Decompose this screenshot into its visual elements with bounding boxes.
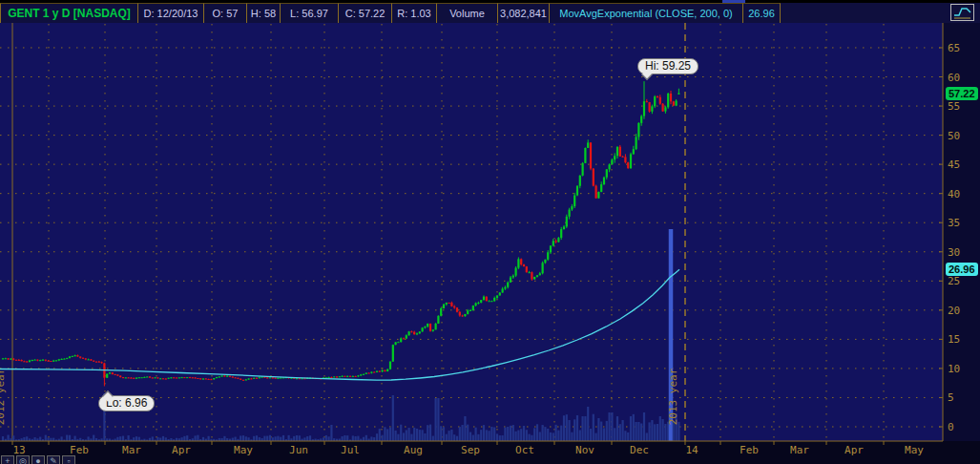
volume-bar [280,437,281,441]
candle-body [181,377,183,378]
candle-body [443,305,445,308]
candle-body [10,359,11,360]
volume-bar [560,426,562,441]
candle-body [232,377,234,378]
candle-body [183,377,185,378]
volume-bar [66,435,68,441]
volume-bar [531,435,532,441]
year-label-2013: 2013 year [667,363,679,432]
candle-body [296,378,298,379]
volume-bar [493,427,495,441]
candle-body [216,377,218,378]
candle-body [346,376,348,377]
volume-bar [296,435,298,441]
candle-body [82,358,84,359]
candle-body [397,342,399,343]
candle-body [432,329,434,330]
volume-bar [156,437,158,441]
note-icon[interactable]: ▫ [62,455,75,464]
candle-body [386,369,388,371]
candle-body [192,377,194,378]
volume-bar [526,430,528,441]
volume-bar [344,435,345,441]
candle-body [355,376,357,377]
volume-bar [654,424,656,441]
candle-body [370,372,372,373]
volume-bar [303,437,305,441]
volume-bar [512,425,514,441]
volume-bar [536,424,538,441]
volume-bar [208,436,210,441]
price-chart[interactable] [0,23,980,447]
volume-bar [633,414,635,441]
candle-body [159,378,161,379]
volume-bar [136,436,137,441]
volume-bar [386,429,388,441]
candle-body [395,342,397,345]
candle-body [146,377,148,378]
volume-bar [245,436,247,441]
volume-bar [93,435,94,441]
volume-bar [422,430,424,441]
candle-body [93,361,94,362]
globe-icon[interactable]: ◎ [16,455,30,464]
y-axis-label: 65 [948,42,960,54]
pencil-icon[interactable]: ✎ [47,455,60,464]
candle-body [115,374,116,375]
x-axis-label: Dec [618,444,660,456]
volume-bar [571,432,573,441]
volume-bar [502,435,504,441]
volume-bar [606,421,608,441]
volume-bar [116,437,118,441]
chart-style-button[interactable] [950,4,974,21]
chart-header-bar: GENT 1 y D [NASDAQ] D: 12/20/13 O: 57 H:… [0,3,980,24]
volume-bar [590,429,592,441]
volume-bar [330,425,332,441]
candle-body [352,376,354,377]
candle-body [600,184,602,192]
candle-body [168,378,170,379]
volume-bar [646,432,648,441]
candle-body [55,360,57,361]
volume-bar [435,398,437,441]
candle-body [223,376,225,377]
camera-icon[interactable]: ● [31,455,45,464]
candle-body [48,361,50,362]
candle-body [469,310,471,311]
volume-bar [614,428,615,441]
candle-body [389,362,391,369]
volume-bar [323,437,324,441]
candle-body [450,303,452,306]
volume-bar [467,425,469,441]
volume-bar [232,438,234,441]
volume-bar [277,436,279,441]
candle-body [155,377,156,378]
candle-body [557,238,559,242]
candle-body [636,137,637,149]
candle-body [472,306,474,310]
candle-body [342,376,344,377]
volume-bar [269,435,271,441]
candle-body [72,356,73,357]
candle-body [8,358,10,359]
volume-bar [504,428,506,441]
candle-body [106,374,108,378]
header-indicator-label[interactable]: MovAvgExponential (CLOSE, 200, 0) [550,3,743,23]
plus-icon[interactable]: + [1,455,14,464]
candle-body [507,283,509,287]
volume-bar [397,434,399,441]
volume-bar [636,422,637,441]
candle-body [240,379,241,380]
volume-bar [595,433,597,441]
candle-body [130,378,132,379]
volume-bar [443,427,445,441]
candle-body [42,360,44,361]
symbol-title[interactable]: GENT 1 y D [NASDAQ] [0,3,138,23]
volume-bar [52,438,54,441]
volume-bar [469,432,471,441]
candle-body [237,378,239,379]
x-axis-label: 14 [671,444,713,456]
candle-body [646,101,648,102]
candle-body [66,358,68,359]
volume-bar [400,425,402,441]
